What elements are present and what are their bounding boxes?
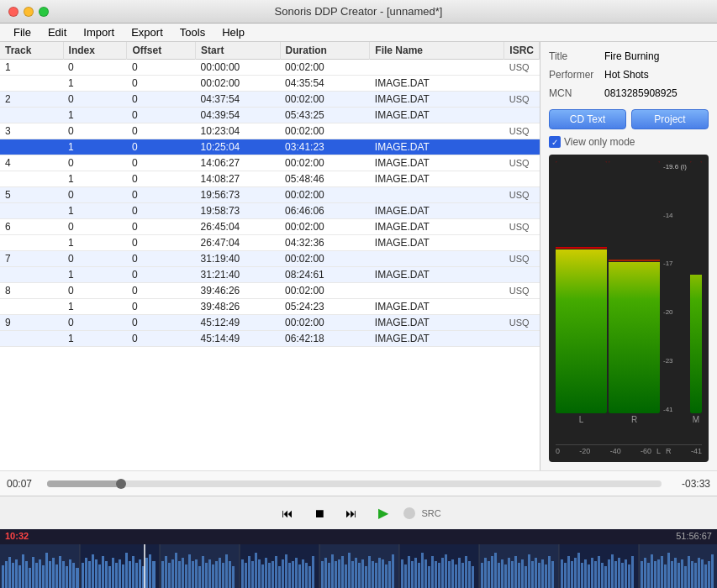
svg-rect-12 <box>12 563 14 588</box>
menu-tools[interactable]: Tools <box>173 24 212 40</box>
progress-thumb <box>116 479 126 489</box>
svg-rect-198 <box>677 563 680 588</box>
table-row[interactable]: 80039:46:2600:02:00USQ <box>0 283 540 299</box>
svg-rect-40 <box>108 566 111 588</box>
db-0: 0 <box>556 447 560 455</box>
svg-rect-33 <box>85 558 87 588</box>
svg-rect-10 <box>5 561 8 588</box>
stop-button[interactable]: ⏹ <box>308 503 331 523</box>
waveform-area[interactable]: 10:32 51:56:67 <box>0 529 717 588</box>
table-row[interactable]: 50019:56:7300:02:00USQ <box>0 187 540 203</box>
col-start: Start <box>196 42 281 60</box>
svg-rect-71 <box>215 561 218 588</box>
table-row[interactable]: 60026:45:0400:02:00IMAGE.DATUSQ <box>0 219 540 235</box>
svg-rect-143 <box>481 563 483 588</box>
waveform-times: 10:32 51:56:67 <box>0 529 717 543</box>
svg-rect-137 <box>455 564 457 588</box>
play-button[interactable]: ▶ <box>372 503 395 523</box>
svg-rect-189 <box>647 563 650 588</box>
svg-rect-23 <box>49 561 51 588</box>
table-row[interactable]: 1026:47:0404:32:36IMAGE.DAT <box>0 235 540 251</box>
svg-rect-15 <box>22 554 24 588</box>
svg-rect-28 <box>66 566 68 588</box>
svg-rect-97 <box>308 566 311 588</box>
svg-rect-138 <box>458 558 461 588</box>
svg-rect-83 <box>261 564 264 588</box>
menu-import[interactable]: Import <box>76 24 121 40</box>
table-row[interactable]: 1039:48:2605:24:23IMAGE.DAT <box>0 299 540 315</box>
svg-rect-191 <box>654 561 656 588</box>
svg-rect-55 <box>161 561 164 588</box>
src-label: SRC <box>421 508 440 518</box>
table-row[interactable]: 40014:06:2700:02:00IMAGE.DATUSQ <box>0 155 540 171</box>
table-row[interactable]: 1000:02:0004:35:54IMAGE.DAT <box>0 76 540 92</box>
menu-export[interactable]: Export <box>124 24 170 40</box>
db-neg60: -60 <box>641 447 651 455</box>
table-row[interactable]: 30010:23:0400:02:00USQ <box>0 123 540 139</box>
svg-rect-13 <box>15 559 18 588</box>
svg-rect-182 <box>618 558 620 588</box>
svg-rect-60 <box>178 561 181 588</box>
svg-rect-110 <box>358 563 361 588</box>
table-row[interactable]: 20004:37:5400:02:00IMAGE.DATUSQ <box>0 92 540 108</box>
svg-rect-17 <box>29 568 31 588</box>
progress-fill <box>47 480 121 487</box>
table-row[interactable]: 1014:08:2705:48:46IMAGE.DAT <box>0 171 540 187</box>
minimize-button[interactable] <box>24 7 34 17</box>
col-track: Track <box>0 42 63 60</box>
svg-rect-135 <box>448 561 451 588</box>
svg-rect-136 <box>451 559 454 588</box>
performer-value: Hot Shots <box>604 69 649 81</box>
svg-rect-196 <box>671 561 673 588</box>
svg-rect-186 <box>631 556 634 588</box>
view-only-checkbox[interactable]: ✓ <box>549 136 561 148</box>
menu-edit[interactable]: Edit <box>41 24 73 40</box>
progress-track[interactable] <box>47 480 662 487</box>
svg-rect-43 <box>119 559 121 588</box>
maximize-button[interactable] <box>39 7 49 17</box>
svg-rect-132 <box>438 563 440 588</box>
table-row[interactable]: 70031:19:4000:02:00USQ <box>0 251 540 267</box>
svg-rect-58 <box>171 559 174 588</box>
svg-rect-162 <box>545 564 547 588</box>
svg-rect-53 <box>152 561 156 588</box>
table-body: 10000:00:0000:02:00USQ1000:02:0004:35:54… <box>0 60 540 347</box>
svg-rect-187 <box>641 561 643 588</box>
svg-rect-130 <box>431 556 434 588</box>
svg-rect-108 <box>351 561 354 588</box>
project-button[interactable]: Project <box>631 109 709 129</box>
track-table-container[interactable]: Track Index Offset Start Duration File N… <box>0 42 540 470</box>
svg-rect-109 <box>355 558 357 588</box>
table-row[interactable]: 10000:00:0000:02:00USQ <box>0 60 540 76</box>
svg-rect-112 <box>365 566 367 588</box>
title-bar: Sonoris DDP Creator - [unnamed*] <box>0 0 717 24</box>
db-bottom: -60 L R <box>641 447 672 455</box>
svg-rect-81 <box>255 553 257 588</box>
svg-rect-100 <box>324 558 327 588</box>
svg-rect-128 <box>424 559 427 588</box>
svg-rect-178 <box>604 566 607 588</box>
svg-rect-139 <box>461 563 464 588</box>
table-row[interactable]: 1031:21:4008:24:61IMAGE.DAT <box>0 267 540 283</box>
svg-rect-125 <box>414 558 417 588</box>
menu-help[interactable]: Help <box>215 24 251 40</box>
table-row[interactable]: 1045:14:4906:42:18IMAGE.DAT <box>0 331 540 347</box>
skip-forward-button[interactable]: ⏭ <box>340 503 363 523</box>
menu-bar: File Edit Import Export Tools Help <box>0 24 717 42</box>
cdtext-button[interactable]: CD Text <box>549 109 626 129</box>
table-row[interactable]: 90045:12:4900:02:00IMAGE.DATUSQ <box>0 315 540 331</box>
scale-top: -19.6 (I) <box>663 163 687 171</box>
svg-rect-32 <box>82 563 84 588</box>
table-row[interactable]: 1019:58:7306:46:06IMAGE.DAT <box>0 203 540 219</box>
table-row[interactable]: 1010:25:0403:41:23IMAGE.DAT <box>0 139 540 155</box>
svg-rect-78 <box>245 563 247 588</box>
view-only-label: View only mode <box>564 136 635 148</box>
svg-rect-195 <box>667 553 670 588</box>
close-button[interactable] <box>8 7 18 17</box>
svg-rect-107 <box>348 553 351 588</box>
svg-rect-45 <box>125 553 128 588</box>
table-row[interactable]: 1004:39:5405:43:25IMAGE.DAT <box>0 108 540 123</box>
svg-rect-74 <box>225 554 228 588</box>
menu-file[interactable]: File <box>7 24 38 40</box>
skip-back-button[interactable]: ⏮ <box>276 503 299 523</box>
